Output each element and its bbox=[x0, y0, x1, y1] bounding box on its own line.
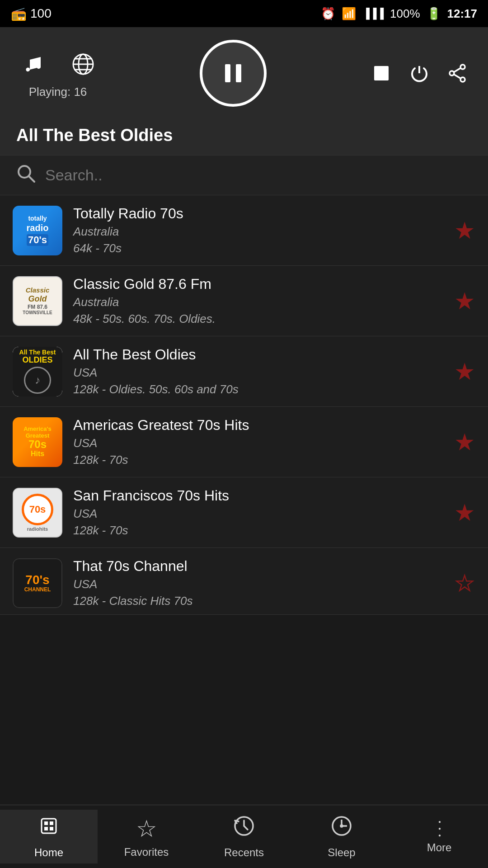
bottom-nav: Home ☆ Favorites Recents Sleep ● bbox=[0, 805, 488, 868]
station-bitrate: 128k - Oldies. 50s. 60s and 70s bbox=[73, 382, 443, 396]
favorites-icon: ☆ bbox=[136, 815, 157, 842]
station-country: USA bbox=[73, 436, 443, 450]
nav-home[interactable]: Home bbox=[0, 810, 98, 863]
station-bitrate: 128k - 70s bbox=[73, 453, 443, 467]
power-button[interactable] bbox=[405, 59, 434, 88]
nav-recents[interactable]: Recents bbox=[195, 810, 293, 863]
controls-row: Playing: 16 bbox=[16, 40, 472, 107]
station-title-bar: All The Best Oldies bbox=[0, 118, 488, 155]
signal-number: 100 bbox=[30, 6, 52, 21]
left-controls: Playing: 16 bbox=[16, 48, 99, 99]
station-name: Classic Gold 87.6 Fm bbox=[73, 276, 443, 292]
station-bitrate: 128k - 70s bbox=[73, 524, 443, 538]
status-bar: 📻 100 ⏰ 📶 ▐▐▐ 100% 🔋 12:17 bbox=[0, 0, 488, 27]
station-item[interactable]: Classic Gold FM 87.6 TOWNSVILLE Classic … bbox=[0, 266, 488, 336]
globe-icon-button[interactable] bbox=[67, 48, 99, 80]
favorite-button[interactable]: ★ bbox=[454, 429, 475, 456]
station-info: San Franciscos 70s Hits USA 128k - 70s bbox=[73, 487, 443, 538]
recents-icon bbox=[232, 814, 256, 843]
more-icon: ● ● ● bbox=[438, 819, 440, 838]
station-list: totally radio 70's Totally Radio 70s Aus… bbox=[0, 195, 488, 615]
favorite-button[interactable]: ★ bbox=[454, 217, 475, 244]
svg-point-10 bbox=[460, 77, 465, 82]
station-country: USA bbox=[73, 507, 443, 521]
svg-rect-19 bbox=[50, 827, 53, 830]
station-item[interactable]: America's Greatest 70s Hits Americas Gre… bbox=[0, 407, 488, 477]
status-left: 📻 100 bbox=[11, 6, 52, 21]
svg-point-8 bbox=[460, 65, 465, 69]
nav-more-label: More bbox=[427, 841, 452, 854]
app-icon: 📻 bbox=[11, 6, 27, 21]
svg-rect-16 bbox=[44, 821, 48, 825]
playing-label: Playing: 16 bbox=[29, 85, 87, 99]
battery-percent: 100% bbox=[390, 7, 420, 21]
svg-rect-7 bbox=[374, 66, 389, 80]
clock-time: 12:17 bbox=[447, 7, 478, 21]
station-info: That 70s Channel USA 128k - Classic Hits… bbox=[73, 558, 443, 608]
station-logo: totally radio 70's bbox=[13, 206, 62, 255]
station-logo: 70's CHANNEL bbox=[13, 558, 62, 608]
station-info: Classic Gold 87.6 Fm Australia 48k - 50s… bbox=[73, 276, 443, 326]
current-station-title: All The Best Oldies bbox=[16, 126, 472, 145]
station-bitrate: 48k - 50s. 60s. 70s. Oldies. bbox=[73, 312, 443, 326]
sleep-icon bbox=[330, 814, 353, 843]
station-bitrate: 128k - Classic Hits 70s bbox=[73, 594, 443, 608]
nav-favorites[interactable]: ☆ Favorites bbox=[98, 811, 195, 863]
station-country: USA bbox=[73, 577, 443, 591]
favorite-button[interactable]: ☆ bbox=[454, 570, 475, 597]
nav-favorites-label: Favorites bbox=[124, 846, 169, 859]
nav-sleep-label: Sleep bbox=[328, 846, 355, 859]
station-item[interactable]: 70's CHANNEL That 70s Channel USA 128k -… bbox=[0, 548, 488, 615]
wifi-icon: 📶 bbox=[342, 7, 356, 21]
top-controls: Playing: 16 bbox=[0, 27, 488, 118]
music-icon-button[interactable] bbox=[16, 48, 49, 80]
favorite-button[interactable]: ★ bbox=[454, 499, 475, 526]
battery-icon: 🔋 bbox=[427, 7, 441, 21]
station-name: All The Best Oldies bbox=[73, 346, 443, 363]
station-logo: All The Best OLDIES ♪ bbox=[13, 347, 62, 396]
station-logo: Classic Gold FM 87.6 TOWNSVILLE bbox=[13, 276, 62, 326]
svg-rect-17 bbox=[50, 821, 53, 825]
signal-bars-icon: ▐▐▐ bbox=[362, 8, 384, 19]
nav-sleep[interactable]: Sleep bbox=[293, 810, 390, 863]
share-button[interactable] bbox=[443, 59, 472, 88]
nav-home-label: Home bbox=[34, 846, 63, 859]
favorite-button[interactable]: ★ bbox=[454, 358, 475, 385]
search-input[interactable] bbox=[45, 166, 472, 184]
station-country: USA bbox=[73, 366, 443, 380]
station-info: All The Best Oldies USA 128k - Oldies. 5… bbox=[73, 346, 443, 396]
svg-line-12 bbox=[454, 75, 461, 79]
station-info: Totally Radio 70s Australia 64k - 70s bbox=[73, 205, 443, 255]
station-bitrate: 64k - 70s bbox=[73, 241, 443, 255]
favorite-button[interactable]: ★ bbox=[454, 288, 475, 315]
search-bar bbox=[0, 155, 488, 195]
pause-button[interactable] bbox=[200, 40, 267, 107]
station-country: Australia bbox=[73, 225, 443, 239]
stop-button[interactable] bbox=[367, 59, 396, 88]
station-logo: 70s radiohits bbox=[13, 488, 62, 538]
station-name: San Franciscos 70s Hits bbox=[73, 487, 443, 504]
right-controls bbox=[367, 59, 472, 88]
svg-point-9 bbox=[450, 71, 454, 75]
nav-more[interactable]: ● ● ● More bbox=[390, 815, 488, 859]
svg-rect-6 bbox=[236, 64, 241, 82]
svg-line-14 bbox=[29, 176, 34, 182]
search-icon bbox=[16, 164, 35, 187]
svg-rect-5 bbox=[225, 64, 230, 82]
svg-rect-15 bbox=[42, 819, 56, 833]
nav-recents-label: Recents bbox=[224, 846, 264, 859]
alarm-icon: ⏰ bbox=[321, 7, 335, 21]
station-name: That 70s Channel bbox=[73, 558, 443, 575]
station-name: Totally Radio 70s bbox=[73, 205, 443, 222]
home-icon bbox=[37, 814, 61, 843]
station-logo: America's Greatest 70s Hits bbox=[13, 417, 62, 467]
station-item[interactable]: 70s radiohits San Franciscos 70s Hits US… bbox=[0, 477, 488, 548]
station-name: Americas Greatest 70s Hits bbox=[73, 417, 443, 434]
svg-line-11 bbox=[454, 68, 461, 72]
station-item[interactable]: totally radio 70's Totally Radio 70s Aus… bbox=[0, 195, 488, 266]
svg-rect-18 bbox=[44, 827, 48, 830]
station-country: Australia bbox=[73, 295, 443, 309]
status-right: ⏰ 📶 ▐▐▐ 100% 🔋 12:17 bbox=[321, 7, 477, 21]
station-item[interactable]: All The Best OLDIES ♪ All The Best Oldie… bbox=[0, 336, 488, 407]
station-info: Americas Greatest 70s Hits USA 128k - 70… bbox=[73, 417, 443, 467]
